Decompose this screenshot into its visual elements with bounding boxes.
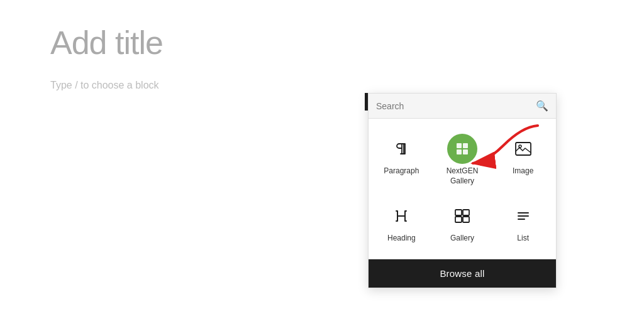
svg-rect-0 <box>457 143 462 148</box>
block-item-image[interactable]: Image <box>495 129 551 191</box>
block-inserter-dropdown: 🔍 Paragraph <box>368 93 557 288</box>
block-item-list[interactable]: List <box>495 196 551 249</box>
svg-rect-8 <box>455 217 462 222</box>
block-item-heading[interactable]: Heading <box>374 196 430 249</box>
search-icon: 🔍 <box>536 100 548 112</box>
list-label: List <box>517 234 529 244</box>
svg-rect-7 <box>463 210 469 215</box>
svg-rect-3 <box>463 149 468 154</box>
image-icon <box>508 134 538 164</box>
blocks-grid: Paragraph NextGEN Gallery <box>369 119 556 259</box>
nextgen-label: NextGEN Gallery <box>437 166 488 186</box>
image-label: Image <box>513 166 533 176</box>
paragraph-label: Paragraph <box>384 166 419 176</box>
list-icon <box>508 201 538 231</box>
paragraph-icon <box>386 134 416 164</box>
svg-rect-1 <box>463 143 468 148</box>
heading-icon <box>386 201 416 231</box>
gallery-icon <box>447 201 477 231</box>
gallery-label: Gallery <box>450 234 474 244</box>
page-title[interactable]: Add title <box>50 25 594 61</box>
heading-label: Heading <box>387 234 416 244</box>
search-input[interactable] <box>376 101 536 111</box>
svg-rect-9 <box>463 217 469 222</box>
block-item-paragraph[interactable]: Paragraph <box>374 129 430 191</box>
block-item-gallery[interactable]: Gallery <box>435 196 491 249</box>
browse-all-button[interactable]: Browse all <box>369 259 556 288</box>
svg-rect-6 <box>455 210 462 215</box>
svg-rect-2 <box>457 149 462 154</box>
search-area: 🔍 <box>369 94 556 119</box>
block-item-nextgen[interactable]: NextGEN Gallery <box>435 129 491 191</box>
block-placeholder: Type / to choose a block <box>50 80 594 91</box>
editor-area: Add title Type / to choose a block + 🔍 P… <box>0 0 644 319</box>
nextgen-icon <box>447 134 477 164</box>
